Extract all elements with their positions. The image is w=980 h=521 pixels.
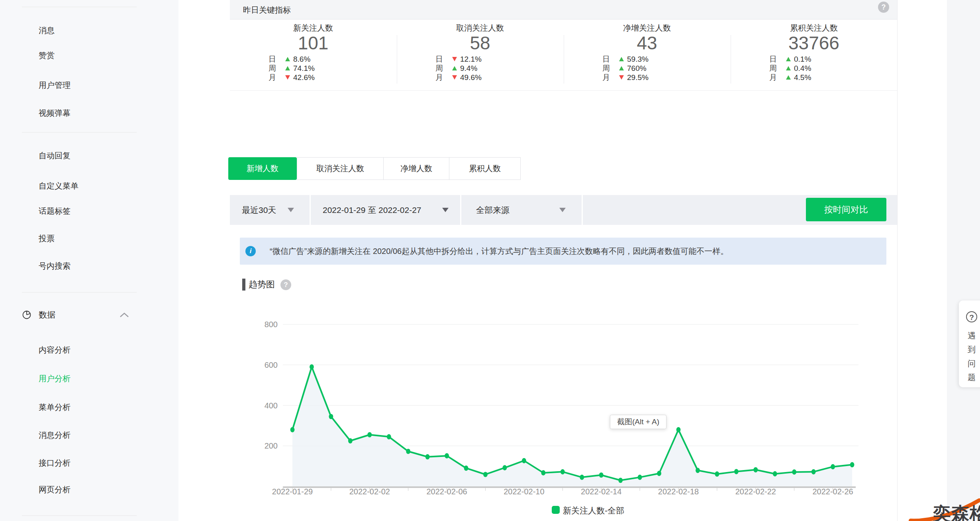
data-point[interactable]: [831, 464, 835, 469]
data-point[interactable]: [329, 414, 333, 419]
data-point[interactable]: [348, 438, 353, 443]
tab-unfollowers[interactable]: 取消关注人数: [297, 157, 384, 180]
data-point[interactable]: [464, 466, 468, 471]
trend-arrow-icon: [285, 57, 290, 61]
y-axis-label: 800: [265, 320, 278, 329]
metrics-help-icon[interactable]: ?: [878, 2, 889, 13]
data-point[interactable]: [696, 468, 700, 473]
data-point[interactable]: [503, 465, 507, 470]
data-point[interactable]: [367, 432, 372, 437]
data-point[interactable]: [561, 469, 565, 474]
data-point[interactable]: [811, 469, 816, 474]
content-right-border: [897, 0, 898, 521]
stat-label-new-followers: 新关注人数: [229, 22, 397, 33]
sidebar-item-video-danmu[interactable]: 视频弹幕: [39, 107, 71, 119]
data-point[interactable]: [599, 472, 604, 478]
sidebar-item-user-management[interactable]: 用户管理: [39, 79, 71, 91]
data-point[interactable]: [445, 453, 449, 459]
data-point[interactable]: [657, 471, 661, 476]
sidebar-item-content-analysis[interactable]: 内容分析: [39, 344, 71, 356]
sidebar-group-data[interactable]: 数据: [39, 309, 55, 321]
sidebar-item-topic-tags[interactable]: 话题标签: [39, 205, 71, 217]
x-axis-label: 2022-02-02: [349, 487, 390, 496]
compare-by-time-button[interactable]: 按时间对比: [806, 198, 886, 221]
user-analysis-page: 消息 赞赏 用户管理 视频弹幕 自动回复 自定义菜单 话题标签 投票 号内搜索 …: [0, 0, 980, 521]
trend-arrow-icon: [786, 57, 791, 61]
data-point[interactable]: [290, 427, 295, 432]
tab-new-followers[interactable]: 新增人数: [228, 157, 297, 180]
data-point[interactable]: [483, 472, 488, 477]
data-point[interactable]: [406, 449, 410, 454]
sidebar-item-user-analysis[interactable]: 用户分析: [39, 373, 71, 384]
trend-arrow-icon: [786, 66, 791, 70]
trend-percent: 12.1%: [460, 55, 482, 64]
trend-percent: 0.4%: [794, 64, 811, 73]
data-point[interactable]: [850, 462, 855, 467]
trend-arrow-icon: [285, 75, 290, 80]
sidebar-item-appreciation[interactable]: 赞赏: [39, 49, 55, 61]
trend-arrow-icon: [285, 66, 290, 70]
data-point[interactable]: [638, 475, 642, 480]
stat-trend-rows: 日12.1% 周9.4% 月49.6%: [435, 55, 527, 82]
data-point[interactable]: [676, 427, 681, 432]
sidebar: [0, 0, 178, 521]
source-filter-value: 全部来源: [476, 195, 510, 225]
legend-label[interactable]: 新关注人数-全部: [563, 506, 624, 515]
period-label: 月: [269, 72, 285, 83]
chevron-up-icon[interactable]: [120, 312, 129, 319]
tab-net-followers[interactable]: 净增人数: [383, 157, 449, 180]
trend-chart-title: 趋势图: [249, 279, 275, 291]
stat-trend-row: 日0.1%: [769, 55, 861, 64]
section-title-bar: [242, 279, 245, 291]
trend-percent: 42.6%: [293, 73, 315, 82]
trend-arrow-icon: [619, 66, 624, 70]
sidebar-divider: [22, 292, 137, 293]
sidebar-item-api-analysis[interactable]: 接口分析: [39, 457, 71, 469]
trend-help-icon[interactable]: ?: [280, 279, 291, 290]
sidebar-item-messages[interactable]: 消息: [39, 24, 55, 36]
sidebar-item-auto-reply[interactable]: 自动回复: [39, 150, 71, 162]
stat-trend-row: 月42.6%: [269, 73, 360, 82]
stat-trend-row: 周9.4%: [435, 64, 527, 73]
sidebar-item-custom-menu[interactable]: 自定义菜单: [39, 180, 78, 192]
data-point[interactable]: [310, 364, 314, 369]
trend-percent: 29.5%: [627, 73, 649, 82]
help-widget[interactable]: ? 遇 到 问 题: [959, 301, 980, 387]
trend-percent: 49.6%: [460, 73, 482, 82]
stat-trend-row: 日59.3%: [602, 55, 694, 64]
stat-trend-rows: 日59.3% 周760% 月29.5%: [602, 55, 694, 82]
x-axis-label: 2022-02-10: [504, 487, 544, 496]
sidebar-item-vote[interactable]: 投票: [39, 232, 55, 244]
x-axis-label: 2022-01-29: [272, 487, 313, 496]
trend-arrow-icon: [619, 57, 624, 61]
x-axis-label: 2022-02-18: [658, 487, 699, 496]
legend-marker[interactable]: [552, 506, 560, 514]
data-point[interactable]: [773, 471, 777, 476]
data-point[interactable]: [715, 471, 719, 476]
data-point[interactable]: [734, 469, 739, 474]
help-widget-char: 到: [964, 343, 980, 356]
data-point[interactable]: [753, 467, 758, 472]
tab-total-followers[interactable]: 累积人数: [449, 157, 521, 180]
stat-trend-row: 日12.1%: [435, 55, 527, 64]
data-point[interactable]: [580, 475, 584, 480]
y-axis-label: 600: [265, 361, 278, 369]
metrics-panel-title: 昨日关键指标: [243, 4, 291, 16]
data-point[interactable]: [541, 470, 545, 475]
sidebar-item-web-analysis[interactable]: 网页分析: [39, 484, 71, 496]
data-point[interactable]: [618, 478, 623, 483]
data-point[interactable]: [387, 434, 391, 439]
sidebar-item-in-account-search[interactable]: 号内搜索: [39, 260, 71, 272]
trend-percent: 760%: [627, 64, 647, 73]
data-point[interactable]: [522, 458, 526, 463]
stat-trend-row: 月49.6%: [435, 73, 527, 82]
stat-trend-rows: 日0.1% 周0.4% 月4.5%: [769, 55, 861, 82]
stat-trend-rows: 日8.6% 周74.1% 月42.6%: [269, 55, 360, 82]
sidebar-item-menu-analysis[interactable]: 菜单分析: [39, 401, 71, 413]
data-point[interactable]: [792, 469, 796, 474]
question-mark-icon: ?: [966, 311, 977, 322]
sidebar-item-message-analysis[interactable]: 消息分析: [39, 429, 71, 441]
data-point[interactable]: [425, 454, 430, 459]
period-label: 月: [602, 72, 619, 83]
trend-chart[interactable]: 2004006008002022-01-292022-02-022022-02-…: [255, 314, 864, 501]
